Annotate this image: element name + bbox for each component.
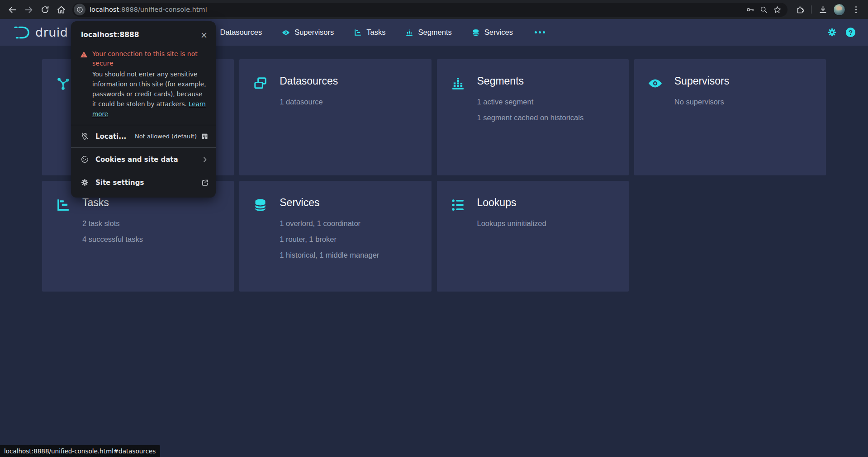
cookies-label: Cookies and site data bbox=[95, 155, 201, 164]
nav-label: Segments bbox=[418, 28, 451, 37]
warning-text-block: Your connection to this site is not secu… bbox=[92, 49, 207, 119]
card-title: Segments bbox=[477, 75, 584, 87]
nav-more-button[interactable] bbox=[533, 29, 547, 35]
card-content: Services 1 overlord, 1 coordinator 1 rou… bbox=[280, 197, 379, 263]
site-info-popup: localhost:8888 × Your connection to this… bbox=[71, 21, 216, 198]
druid-logo-text: druid bbox=[35, 25, 68, 39]
chevron-right-icon bbox=[201, 156, 209, 163]
nav-item-supervisors[interactable]: Supervisors bbox=[282, 28, 334, 37]
warning-triangle-icon bbox=[80, 51, 88, 58]
popup-header: localhost:8888 × bbox=[71, 21, 216, 45]
home-button[interactable] bbox=[53, 2, 69, 17]
warning-body: You should not enter any sensitive infor… bbox=[92, 69, 207, 119]
nav-label: Tasks bbox=[366, 28, 385, 37]
gear-icon bbox=[827, 28, 837, 37]
card-line: 1 router, 1 broker bbox=[280, 231, 379, 247]
card-title: Datasources bbox=[280, 75, 338, 87]
star-icon bbox=[773, 5, 782, 14]
datasources-icon bbox=[253, 76, 268, 91]
profile-avatar[interactable] bbox=[833, 4, 845, 16]
browser-menu-button[interactable] bbox=[848, 2, 863, 17]
settings-button[interactable] bbox=[827, 28, 837, 37]
url-host: localhost bbox=[90, 6, 119, 13]
tasks-gantt-icon bbox=[354, 28, 362, 37]
external-link-icon bbox=[201, 179, 209, 186]
card-content: Supervisors No supervisors bbox=[674, 75, 729, 110]
reload-button[interactable] bbox=[37, 2, 52, 17]
card-line: 1 active segment bbox=[477, 94, 584, 110]
address-bar[interactable]: localhost:8888/unified-console.html bbox=[72, 3, 787, 17]
card-title: Supervisors bbox=[674, 75, 729, 87]
nav-item-tasks[interactable]: Tasks bbox=[354, 28, 385, 37]
permission-source-icon-wrap bbox=[201, 132, 209, 140]
link-preview-statusbar: localhost:8888/unified-console.html#data… bbox=[0, 445, 160, 457]
lookups-list-icon bbox=[451, 198, 465, 212]
help-button[interactable]: ? bbox=[846, 28, 855, 37]
cookie-icon bbox=[81, 155, 89, 164]
extensions-button[interactable] bbox=[792, 2, 807, 17]
nav-label: Datasources bbox=[220, 28, 262, 37]
cookies-and-site-data-row[interactable]: Cookies and site data bbox=[71, 148, 216, 171]
zoom-page-button[interactable] bbox=[757, 3, 770, 16]
card-content: Tasks 2 task slots 4 successful tasks bbox=[82, 197, 143, 247]
druid-logo-icon bbox=[13, 24, 31, 42]
help-icon: ? bbox=[849, 28, 853, 36]
segments-card[interactable]: Segments 1 active segment 1 segment cach… bbox=[437, 59, 629, 175]
magnifier-icon bbox=[759, 5, 768, 14]
nav-item-services[interactable]: Services bbox=[472, 28, 513, 37]
nav-label: Supervisors bbox=[294, 28, 334, 37]
chevron-right-wrap bbox=[201, 156, 209, 163]
segments-bars-icon bbox=[405, 28, 413, 37]
supervisors-eye-icon bbox=[648, 76, 663, 91]
card-line: 1 datasource bbox=[280, 94, 338, 110]
datasources-card[interactable]: Datasources 1 datasource bbox=[239, 59, 431, 175]
connection-warning: Your connection to this site is not secu… bbox=[71, 45, 216, 119]
forward-icon bbox=[24, 5, 33, 14]
building-icon bbox=[201, 132, 209, 140]
toolbar-separator bbox=[811, 5, 811, 14]
bookmark-button[interactable] bbox=[770, 3, 784, 16]
card-line: Lookups uninitialized bbox=[477, 216, 546, 231]
external-link-wrap bbox=[201, 179, 209, 186]
back-icon bbox=[8, 5, 17, 14]
card-line: 1 historical, 1 middle manager bbox=[280, 247, 379, 263]
close-icon: × bbox=[200, 30, 208, 40]
forward-button[interactable] bbox=[21, 2, 36, 17]
supervisors-card[interactable]: Supervisors No supervisors bbox=[634, 59, 826, 175]
more-icon bbox=[539, 31, 541, 33]
more-icon bbox=[535, 31, 537, 33]
password-manager-button[interactable] bbox=[743, 3, 757, 16]
popup-close-button[interactable]: × bbox=[198, 28, 210, 41]
card-line: 1 segment cached on historicals bbox=[477, 110, 584, 126]
site-settings-label: Site settings bbox=[95, 179, 201, 187]
download-icon bbox=[818, 5, 828, 14]
more-icon bbox=[543, 31, 545, 33]
nav-label: Services bbox=[484, 28, 513, 37]
downloads-button[interactable] bbox=[815, 2, 830, 17]
reload-icon bbox=[40, 5, 50, 14]
lookups-card[interactable]: Lookups Lookups uninitialized bbox=[437, 181, 629, 292]
nav-item-segments[interactable]: Segments bbox=[405, 28, 451, 37]
info-icon bbox=[76, 6, 83, 13]
location-permission-row[interactable]: Locati... Not allowed (default) bbox=[71, 125, 216, 147]
console-nav: Datasources Supervisors Tasks Segments S… bbox=[208, 28, 547, 37]
site-info-button[interactable] bbox=[74, 4, 85, 15]
site-settings-row[interactable]: Site settings bbox=[71, 171, 216, 194]
supervisors-eye-icon bbox=[282, 28, 290, 37]
druid-logo[interactable]: druid bbox=[13, 24, 68, 42]
card-content: Lookups Lookups uninitialized bbox=[477, 197, 546, 231]
status-molecule-icon bbox=[56, 76, 71, 91]
card-title: Tasks bbox=[82, 197, 143, 209]
warning-title: Your connection to this site is not secu… bbox=[92, 49, 207, 68]
services-card[interactable]: Services 1 overlord, 1 coordinator 1 rou… bbox=[239, 181, 431, 292]
key-icon bbox=[746, 5, 754, 14]
location-value: Not allowed (default) bbox=[135, 133, 197, 140]
back-button[interactable] bbox=[5, 2, 20, 17]
card-line: No supervisors bbox=[674, 94, 729, 110]
card-line: 1 overlord, 1 coordinator bbox=[280, 216, 379, 231]
services-database-icon bbox=[472, 28, 480, 37]
card-line: 4 successful tasks bbox=[82, 231, 143, 247]
url-text: localhost:8888/unified-console.html bbox=[90, 6, 743, 13]
tasks-gantt-icon bbox=[56, 198, 71, 212]
popup-title: localhost:8888 bbox=[81, 31, 198, 39]
